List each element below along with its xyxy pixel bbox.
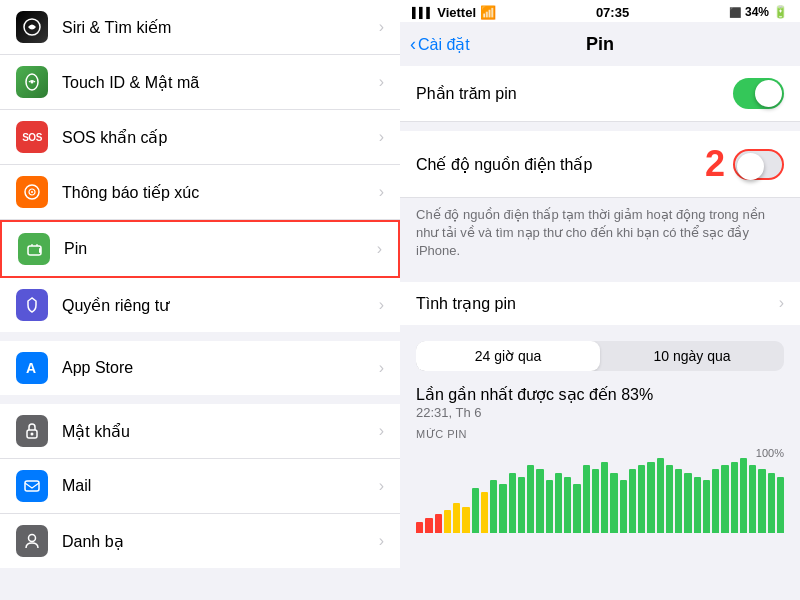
sidebar-item-thongbao[interactable]: Thông báo tiếp xúc › bbox=[0, 165, 400, 220]
quyen-label: Quyền riêng tư bbox=[62, 296, 379, 315]
chart-bar bbox=[462, 507, 469, 533]
chart-bar bbox=[712, 469, 719, 533]
appstore-label: App Store bbox=[62, 359, 379, 377]
sidebar-item-touchid[interactable]: Touch ID & Mật mã › bbox=[0, 55, 400, 110]
back-button[interactable]: ‹ Cài đặt bbox=[410, 34, 470, 55]
pin-label: Pin bbox=[64, 240, 377, 258]
back-chevron: ‹ bbox=[410, 34, 416, 55]
chart-bar bbox=[416, 522, 423, 533]
siri-label: Siri & Tìm kiếm bbox=[62, 18, 379, 37]
chart-bar bbox=[481, 492, 488, 533]
appstore-icon: A bbox=[16, 352, 48, 384]
wifi-icon: 📶 bbox=[480, 5, 496, 20]
chart-bar bbox=[758, 469, 765, 533]
carrier-name: Viettel bbox=[437, 5, 476, 20]
chart-bar bbox=[684, 473, 691, 533]
svg-point-14 bbox=[29, 535, 36, 542]
chart-bar bbox=[453, 503, 460, 533]
tab-10day[interactable]: 10 ngày qua bbox=[600, 341, 784, 371]
chart-bar bbox=[731, 462, 738, 533]
pin-chevron: › bbox=[377, 240, 382, 258]
sos-label: SOS khẩn cấp bbox=[62, 128, 379, 147]
chart-bar bbox=[555, 473, 562, 533]
chart-bar bbox=[425, 518, 432, 533]
chart-bar bbox=[721, 465, 728, 533]
matkhau-icon bbox=[16, 415, 48, 447]
thongbao-icon bbox=[16, 176, 48, 208]
chart-bar bbox=[620, 480, 627, 533]
thongbao-chevron: › bbox=[379, 183, 384, 201]
sidebar-item-quyen[interactable]: Quyền riêng tư › bbox=[0, 278, 400, 332]
sidebar-item-mail[interactable]: Mail › bbox=[0, 459, 400, 514]
chart-bar bbox=[564, 477, 571, 533]
sidebar-item-sos[interactable]: SOS SOS khẩn cấp › bbox=[0, 110, 400, 165]
tinhtrang-row[interactable]: Tình trạng pin › bbox=[400, 282, 800, 325]
quyen-chevron: › bbox=[379, 296, 384, 314]
toggle-thumb-on bbox=[755, 80, 782, 107]
sos-icon: SOS bbox=[16, 121, 48, 153]
danba-label: Danh bạ bbox=[62, 532, 379, 551]
svg-point-5 bbox=[31, 191, 33, 193]
mail-icon bbox=[16, 470, 48, 502]
matkhau-label: Mật khẩu bbox=[62, 422, 379, 441]
muc-pin-label: MỨC PIN bbox=[400, 422, 800, 443]
chedonguon-section: Chế độ nguồn điện thấp 2 Chế độ nguồn đi… bbox=[400, 131, 800, 273]
sidebar-item-siri[interactable]: Siri & Tìm kiếm › bbox=[0, 0, 400, 55]
signal-bars: ▌▌▌ bbox=[412, 7, 433, 18]
settings-list: Siri & Tìm kiếm › Touch ID & Mật mã › SO… bbox=[0, 0, 400, 600]
chedonguon-desc: Chế độ nguồn điện thấp tạm thời giảm hoạ… bbox=[400, 198, 800, 273]
chedonguon-label: Chế độ nguồn điện thấp bbox=[416, 155, 592, 174]
status-time: 07:35 bbox=[596, 5, 629, 20]
phantram-section: Phần trăm pin bbox=[400, 66, 800, 122]
charge-title: Lần gần nhất được sạc đến 83% bbox=[416, 385, 784, 404]
pin-icon bbox=[18, 233, 50, 265]
back-label: Cài đặt bbox=[418, 35, 470, 54]
chart-bar bbox=[444, 510, 451, 533]
chart-bar bbox=[509, 473, 516, 533]
chart-bar bbox=[435, 514, 442, 533]
toggle-thumb-off bbox=[737, 153, 764, 180]
battery-icon: 🔋 bbox=[773, 5, 788, 19]
quyen-icon bbox=[16, 289, 48, 321]
mail-chevron: › bbox=[379, 477, 384, 495]
annotation-2: 2 bbox=[705, 143, 725, 185]
phantram-toggle[interactable] bbox=[733, 78, 784, 109]
sidebar-item-appstore[interactable]: A App Store › bbox=[0, 341, 400, 395]
svg-rect-7 bbox=[39, 248, 41, 253]
screen-icon: ⬛ bbox=[729, 7, 741, 18]
sos-chevron: › bbox=[379, 128, 384, 146]
chedonguon-toggle[interactable] bbox=[733, 149, 784, 180]
page-title: Pin bbox=[586, 34, 614, 55]
charge-sub: 22:31, Th 6 bbox=[416, 405, 784, 420]
sidebar-item-matkhau[interactable]: Mật khẩu › bbox=[0, 404, 400, 459]
settings-group-3: Mật khẩu › Mail › Danh bạ › bbox=[0, 404, 400, 568]
tinhtrang-label: Tình trạng pin bbox=[416, 294, 516, 313]
chart-bar bbox=[472, 488, 479, 533]
mail-label: Mail bbox=[62, 477, 379, 495]
status-right: ⬛ 34% 🔋 bbox=[729, 5, 788, 19]
status-left: ▌▌▌ Viettel 📶 bbox=[412, 5, 496, 20]
chart-bar bbox=[768, 473, 775, 533]
sidebar-item-danba[interactable]: Danh bạ › bbox=[0, 514, 400, 568]
danba-icon bbox=[16, 525, 48, 557]
settings-group-1: Siri & Tìm kiếm › Touch ID & Mật mã › SO… bbox=[0, 0, 400, 332]
charge-info: Lần gần nhất được sạc đến 83% 22:31, Th … bbox=[400, 379, 800, 422]
chart-bar bbox=[546, 480, 553, 533]
phantram-row: Phần trăm pin bbox=[400, 66, 800, 122]
battery-chart: 100% bbox=[400, 443, 800, 533]
chart-bar bbox=[629, 469, 636, 533]
sidebar-item-pin[interactable]: Pin › 1 bbox=[0, 220, 400, 278]
chart-bar bbox=[527, 465, 534, 533]
battery-percent: 34% bbox=[745, 5, 769, 19]
tab-24h[interactable]: 24 giờ qua bbox=[416, 341, 600, 371]
chart-bar bbox=[740, 458, 747, 533]
chart-bar bbox=[610, 473, 617, 533]
siri-chevron: › bbox=[379, 18, 384, 36]
matkhau-chevron: › bbox=[379, 422, 384, 440]
thongbao-label: Thông báo tiếp xúc bbox=[62, 183, 379, 202]
chart-bar bbox=[536, 469, 543, 533]
left-panel: Siri & Tìm kiếm › Touch ID & Mật mã › SO… bbox=[0, 0, 400, 600]
chart-bar bbox=[657, 458, 664, 533]
tinhtrang-chevron: › bbox=[779, 294, 784, 312]
chart-bar bbox=[675, 469, 682, 533]
